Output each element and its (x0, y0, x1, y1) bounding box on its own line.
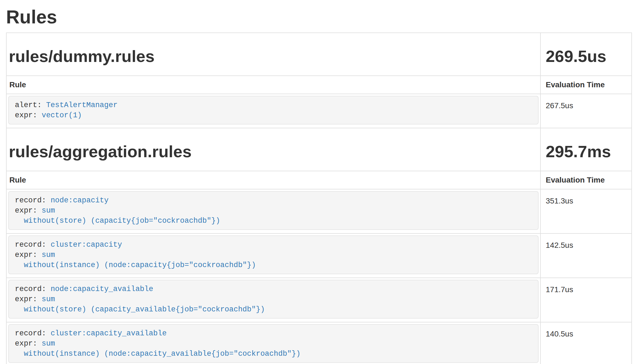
rule-key-record: record: (15, 241, 51, 249)
group-file-cell: rules/dummy.rules (6, 33, 540, 76)
column-header-row: Rule Evaluation Time (6, 171, 632, 189)
rule-cell: record: cluster:capacityexpr: sum withou… (6, 233, 540, 278)
rule-key-expr: expr: (15, 295, 42, 303)
rule-row: alert: TestAlertManagerexpr: vector(1) 2… (6, 94, 632, 128)
rule-cell: record: node:capacity_availableexpr: sum… (6, 278, 540, 322)
expr-link[interactable]: sum without(store) (capacity_available{j… (15, 295, 265, 314)
column-header-row: Rule Evaluation Time (6, 76, 632, 94)
record-name-link[interactable]: node:capacity (51, 196, 109, 205)
group-evaluation-time-cell: 295.7ms (540, 128, 632, 171)
rule-row: record: node:capacityexpr: sum without(s… (6, 189, 632, 233)
rule-key-alert: alert: (15, 101, 46, 109)
rule-key-expr: expr: (15, 339, 42, 348)
page-title: Rules (6, 6, 632, 28)
rule-cell: alert: TestAlertManagerexpr: vector(1) (6, 94, 540, 128)
column-header-evaluation-time: Evaluation Time (540, 171, 632, 189)
rule-code-block: record: cluster:capacity_availableexpr: … (8, 324, 539, 363)
group-header-row: rules/dummy.rules 269.5us (6, 33, 632, 76)
group-header-row: rules/aggregation.rules 295.7ms (6, 128, 632, 171)
rule-row: record: cluster:capacity_availableexpr: … (6, 322, 632, 364)
rule-cell: record: cluster:capacity_availableexpr: … (6, 322, 540, 364)
rule-key-expr: expr: (15, 111, 42, 119)
rule-code-block: record: node:capacityexpr: sum without(s… (8, 191, 539, 230)
rule-evaluation-time: 351.3us (540, 189, 632, 233)
rules-table: rules/dummy.rules 269.5us Rule Evaluatio… (6, 32, 632, 364)
rule-evaluation-time: 140.5us (540, 322, 632, 364)
expr-link[interactable]: sum without(instance) (node:capacity_ava… (15, 339, 301, 358)
rule-code-block: record: cluster:capacityexpr: sum withou… (8, 235, 539, 274)
expr-link[interactable]: sum without(instance) (node:capacity{job… (15, 251, 256, 269)
rule-key-record: record: (15, 196, 51, 205)
record-name-link[interactable]: cluster:capacity (51, 241, 122, 249)
group-file-cell: rules/aggregation.rules (6, 128, 540, 171)
alert-name-link[interactable]: TestAlertManager (46, 101, 117, 109)
rule-code-block: record: node:capacity_availableexpr: sum… (8, 280, 539, 319)
rule-evaluation-time: 171.7us (540, 278, 632, 322)
rule-key-record: record: (15, 285, 51, 293)
rule-code-block: alert: TestAlertManagerexpr: vector(1) (8, 96, 539, 124)
group-evaluation-time: 269.5us (546, 47, 629, 66)
group-evaluation-time-cell: 269.5us (540, 33, 632, 76)
rule-row: record: node:capacity_availableexpr: sum… (6, 278, 632, 322)
group-file-name: rules/aggregation.rules (9, 143, 538, 161)
record-name-link[interactable]: node:capacity_available (51, 285, 153, 293)
rule-cell: record: node:capacityexpr: sum without(s… (6, 189, 540, 233)
rule-evaluation-time: 142.5us (540, 233, 632, 278)
rule-evaluation-time: 267.5us (540, 94, 632, 128)
rule-key-expr: expr: (15, 207, 42, 215)
rule-row: record: cluster:capacityexpr: sum withou… (6, 233, 632, 278)
rule-key-record: record: (15, 329, 51, 338)
column-header-rule: Rule (6, 76, 540, 94)
expr-link[interactable]: vector(1) (42, 111, 82, 119)
column-header-evaluation-time: Evaluation Time (540, 76, 632, 94)
group-evaluation-time: 295.7ms (546, 143, 629, 161)
rule-key-expr: expr: (15, 251, 42, 259)
expr-link[interactable]: sum without(store) (capacity{job="cockro… (15, 207, 220, 225)
record-name-link[interactable]: cluster:capacity_available (51, 329, 167, 338)
column-header-rule: Rule (6, 171, 540, 189)
group-file-name: rules/dummy.rules (9, 47, 538, 66)
